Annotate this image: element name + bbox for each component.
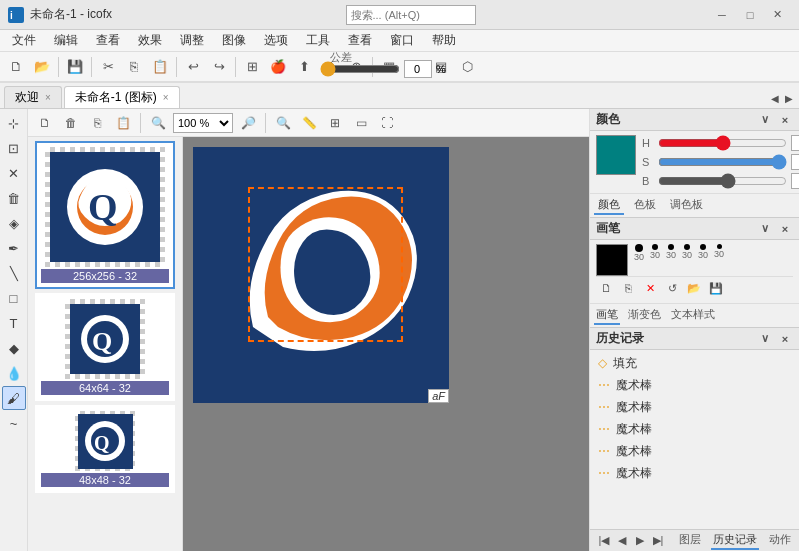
color-swatch[interactable]	[596, 135, 636, 175]
history-tab-history[interactable]: 历史记录	[711, 531, 759, 550]
view4-button[interactable]: ⬡	[455, 55, 479, 79]
brush-tab-text[interactable]: 文本样式	[669, 306, 717, 325]
canvas-delete-icon[interactable]: 🗑	[60, 112, 82, 134]
minimize-button[interactable]: ─	[709, 4, 735, 26]
tool-eraser2[interactable]: 🗑	[2, 186, 26, 210]
canvas-copy-icon[interactable]: ⎘	[86, 112, 108, 134]
save-button[interactable]: 💾	[63, 55, 87, 79]
tool-eraser[interactable]: ✕	[2, 161, 26, 185]
tool-rect[interactable]: □	[2, 286, 26, 310]
tool-dropper[interactable]: 💧	[2, 361, 26, 385]
tool-fill[interactable]: ◆	[2, 336, 26, 360]
open-button[interactable]: 📂	[30, 55, 54, 79]
history-item-2[interactable]: ⋯ 魔术棒	[590, 396, 799, 418]
brush-file-icon[interactable]: 🗋	[596, 279, 616, 297]
h-slider[interactable]	[658, 138, 787, 148]
new-button[interactable]: 🗋	[4, 55, 28, 79]
undo-button[interactable]: ↩	[181, 55, 205, 79]
color-button[interactable]: 🍎	[266, 55, 290, 79]
menu-options[interactable]: 选项	[256, 30, 296, 51]
color-panel-close[interactable]: ×	[777, 112, 793, 128]
color-tab-palette[interactable]: 调色板	[666, 196, 707, 215]
history-prev[interactable]: ◀	[614, 533, 630, 549]
menu-window[interactable]: 窗口	[382, 30, 422, 51]
history-item-4[interactable]: ⋯ 魔术棒	[590, 440, 799, 462]
menu-view[interactable]: 查看	[88, 30, 128, 51]
brush-panel-float[interactable]: ∨	[757, 221, 773, 237]
brush-tab-brush[interactable]: 画笔	[594, 306, 620, 325]
color-panel-float[interactable]: ∨	[757, 112, 773, 128]
history-item-3[interactable]: ⋯ 魔术棒	[590, 418, 799, 440]
tool-wand[interactable]: ◈	[2, 211, 26, 235]
menu-effects[interactable]: 效果	[130, 30, 170, 51]
brush-folder-icon[interactable]: 📂	[684, 279, 704, 297]
brush-save-icon[interactable]: 💾	[706, 279, 726, 297]
cursor-button[interactable]: ⬆	[292, 55, 316, 79]
tab-next[interactable]: ▶	[783, 91, 795, 106]
brush-preset-1[interactable]: 30	[634, 244, 644, 276]
menu-image[interactable]: 图像	[214, 30, 254, 51]
history-first[interactable]: |◀	[596, 533, 612, 549]
brush-delete-icon[interactable]: ✕	[640, 279, 660, 297]
grid-button[interactable]: ⊞	[240, 55, 264, 79]
welcome-tab[interactable]: 欢迎 ×	[4, 86, 62, 108]
history-panel-float[interactable]: ∨	[757, 331, 773, 347]
brush-preset-6[interactable]: 30	[714, 244, 724, 276]
brush-preset-4[interactable]: 30	[682, 244, 692, 276]
cut-button[interactable]: ✂	[96, 55, 120, 79]
zoom-select[interactable]: 25 % 50 % 75 % 100 % 150 % 200 % 400 %	[173, 113, 233, 133]
history-item-0[interactable]: ◇ 填充	[590, 352, 799, 374]
grid-show-icon[interactable]: ⊞	[324, 112, 346, 134]
brush-preset-5[interactable]: 30	[698, 244, 708, 276]
brush-copy-icon[interactable]: ⎘	[618, 279, 638, 297]
fullscreen-icon[interactable]: ⛶	[376, 112, 398, 134]
canvas-paste-icon[interactable]: 📋	[112, 112, 134, 134]
tab-prev[interactable]: ◀	[769, 91, 781, 106]
menu-file[interactable]: 文件	[4, 30, 44, 51]
history-tab-actions[interactable]: 动作	[767, 531, 793, 550]
menu-adjust[interactable]: 调整	[172, 30, 212, 51]
welcome-tab-close[interactable]: ×	[45, 92, 51, 103]
s-value[interactable]	[791, 154, 799, 170]
tool-line[interactable]: ╲	[2, 261, 26, 285]
brush-preset-2[interactable]: 30	[650, 244, 660, 276]
history-last[interactable]: ▶|	[650, 533, 666, 549]
menu-view2[interactable]: 查看	[340, 30, 380, 51]
menu-tools[interactable]: 工具	[298, 30, 338, 51]
copy-button[interactable]: ⎘	[122, 55, 146, 79]
tool-brush[interactable]: 🖌	[2, 386, 26, 410]
color-tab-color[interactable]: 颜色	[594, 196, 624, 215]
brush-preset-3[interactable]: 30	[666, 244, 676, 276]
tool-text[interactable]: T	[2, 311, 26, 335]
thumbnail-256[interactable]: Q 256x256 - 32	[35, 141, 175, 289]
s-slider[interactable]	[658, 157, 787, 167]
history-item-5[interactable]: ⋯ 魔术棒	[590, 462, 799, 484]
history-item-1[interactable]: ⋯ 魔术棒	[590, 374, 799, 396]
close-button[interactable]: ✕	[765, 4, 791, 26]
opacity-slider[interactable]	[320, 64, 400, 74]
brush-swatch[interactable]	[596, 244, 628, 276]
history-panel-close[interactable]: ×	[777, 331, 793, 347]
brush-panel-close[interactable]: ×	[777, 221, 793, 237]
search-input[interactable]	[346, 5, 476, 25]
frame-icon[interactable]: ▭	[350, 112, 372, 134]
tool-transform[interactable]: ⊡	[2, 136, 26, 160]
maximize-button[interactable]: □	[737, 4, 763, 26]
zoom-in-icon[interactable]: 🔎	[237, 112, 259, 134]
redo-button[interactable]: ↪	[207, 55, 231, 79]
brush-tab-gradient[interactable]: 渐变色	[626, 306, 663, 325]
b-value[interactable]	[791, 173, 799, 189]
opacity-value[interactable]	[404, 60, 432, 78]
menu-help[interactable]: 帮助	[424, 30, 464, 51]
paste-button[interactable]: 📋	[148, 55, 172, 79]
thumbnail-64[interactable]: Q 64x64 - 32	[35, 293, 175, 401]
h-value[interactable]	[791, 135, 799, 151]
zoom-out-icon[interactable]: 🔍	[147, 112, 169, 134]
file-tab-close[interactable]: ×	[163, 92, 169, 103]
color-tab-swatch[interactable]: 色板	[630, 196, 660, 215]
history-tab-layers[interactable]: 图层	[677, 531, 703, 550]
thumbnail-48[interactable]: Q 48x48 - 32	[35, 405, 175, 493]
search-canvas-icon[interactable]: 🔍	[272, 112, 294, 134]
tool-pen[interactable]: ✒	[2, 236, 26, 260]
brush-reset-icon[interactable]: ↺	[662, 279, 682, 297]
